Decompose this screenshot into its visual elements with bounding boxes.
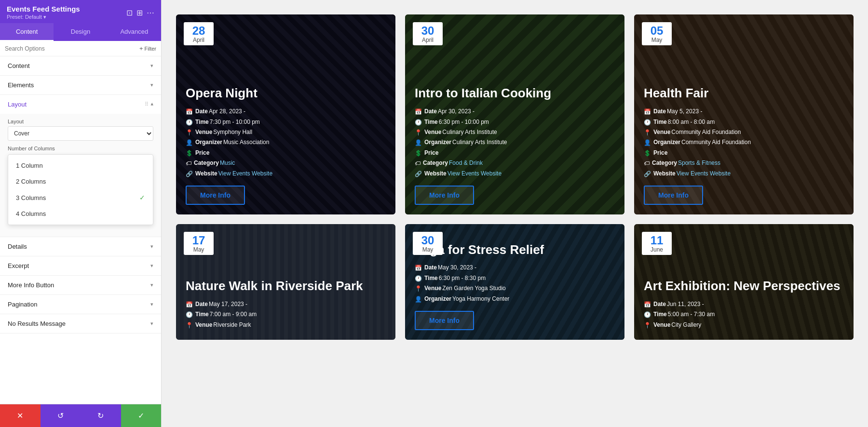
- more-info-button[interactable]: More Info: [415, 186, 474, 205]
- calendar-icon: 📅: [186, 300, 193, 309]
- price-icon: 💲: [186, 148, 193, 158]
- panel-header: Events Feed Settings Preset: Default ⊡ ⊞…: [0, 0, 161, 23]
- category-icon: 🏷: [644, 159, 650, 168]
- layout-content: Layout Cover List Grid Masonry Number of…: [0, 114, 161, 237]
- columns-field: Number of Columns 1 Column 2 Columns 3 C…: [8, 146, 153, 225]
- event-card-content: Intro to Italian Cooking 📅DateApr 30, 20…: [405, 78, 624, 214]
- event-title: Nature Walk in Riverside Park: [186, 279, 386, 294]
- accordion-pagination-header[interactable]: Pagination ▾: [0, 295, 161, 314]
- event-title: Intro to Italian Cooking: [415, 86, 615, 101]
- meta-time: 🕐Time7:30 pm - 10:00 pm: [186, 117, 386, 127]
- columns-label: Number of Columns: [8, 146, 153, 151]
- meta-date: 📅DateMay 5, 2023 -: [644, 107, 844, 117]
- link-icon: 🔗: [186, 169, 193, 179]
- meta-organizer: 👤OrganizerYoga Harmony Center: [415, 294, 615, 304]
- event-meta: 📅DateMay 5, 2023 - 🕐Time8:00 am - 8:00 a…: [644, 107, 844, 179]
- event-date-badge: 30 April: [413, 22, 443, 45]
- meta-date: 📅DateJun 11, 2023 -: [644, 299, 844, 309]
- price-icon: 💲: [644, 148, 651, 158]
- event-card-content: Health Fair 📅DateMay 5, 2023 - 🕐Time8:00…: [634, 78, 854, 214]
- price-icon: 💲: [415, 148, 422, 158]
- meta-time: 🕐Time7:00 am - 9:00 am: [186, 309, 386, 320]
- more-icon[interactable]: ⋯: [147, 8, 154, 17]
- event-card-art-exhibition: 11 June Art Exhibition: New Perspectives…: [634, 224, 854, 340]
- meta-category: 🏷CategoryFood & Drink: [415, 158, 615, 168]
- event-meta: 📅DateMay 17, 2023 - 🕐Time7:00 am - 9:00 …: [186, 299, 386, 330]
- person-icon: 👤: [415, 138, 422, 147]
- accordion-layout: Layout ⠿ ▾ Layout Cover List Grid Masonr…: [0, 95, 161, 237]
- meta-venue: 📍VenueRiverside Park: [186, 320, 386, 330]
- meta-organizer: 👤OrganizerCulinary Arts Institute: [415, 137, 615, 147]
- save-button[interactable]: ✓: [121, 404, 162, 427]
- more-info-button[interactable]: More Info: [415, 311, 474, 330]
- accordion-details-header[interactable]: Details ▾: [0, 237, 161, 256]
- chevron-down-icon: ▾: [150, 263, 153, 269]
- meta-category: 🏷CategoryMusic: [186, 158, 386, 168]
- accordion-pagination: Pagination ▾: [0, 295, 161, 314]
- event-card-content: Art Exhibition: New Perspectives 📅DateJu…: [634, 270, 854, 340]
- clock-icon: 🕐: [415, 274, 422, 283]
- responsive-icon[interactable]: ⊡: [126, 8, 133, 17]
- columns-option-4[interactable]: 4 Columns: [8, 206, 153, 222]
- more-info-button[interactable]: More Info: [644, 186, 703, 205]
- location-icon: 📍: [644, 128, 651, 137]
- accordion-no-results-header[interactable]: No Results Message ▾: [0, 314, 161, 333]
- clock-icon: 🕐: [415, 118, 422, 127]
- meta-price: 💲Price: [644, 148, 844, 158]
- layout-select[interactable]: Cover List Grid Masonry: [8, 126, 153, 141]
- more-info-button[interactable]: More Info: [186, 186, 245, 205]
- left-panel: Events Feed Settings Preset: Default ⊡ ⊞…: [0, 0, 162, 427]
- meta-website: 🔗WebsiteView Events Website: [415, 169, 615, 179]
- accordion-more-info-header[interactable]: More Info Button ▾: [0, 276, 161, 294]
- event-meta: 📅DateApr 30, 2023 - 🕐Time6:30 pm - 10:00…: [415, 107, 615, 179]
- event-card-italian-cooking: 30 April Intro to Italian Cooking 📅DateA…: [405, 14, 624, 214]
- event-title: Yoga for Stress Relief: [415, 243, 615, 257]
- event-card-content: Nature Walk in Riverside Park 📅DateMay 1…: [176, 270, 395, 340]
- accordion-content-header[interactable]: Content ▾: [0, 56, 161, 75]
- tab-design[interactable]: Design: [54, 23, 107, 41]
- tab-content[interactable]: Content: [0, 23, 54, 41]
- meta-date: 📅DateMay 30, 2023 -: [415, 263, 615, 273]
- accordion-elements-header[interactable]: Elements ▾: [0, 76, 161, 94]
- redo-button[interactable]: ↻: [81, 404, 121, 427]
- event-date-badge: 17 May: [184, 232, 214, 255]
- calendar-icon: 📅: [644, 300, 651, 309]
- location-icon: 📍: [186, 320, 193, 330]
- columns-option-3[interactable]: 3 Columns ✓: [8, 189, 153, 206]
- cancel-button[interactable]: ✕: [0, 404, 41, 427]
- event-card-opera-night: 28 April Opera Night 📅DateApr 28, 2023 -…: [176, 14, 395, 214]
- location-icon: 📍: [415, 284, 422, 294]
- meta-organizer: 👤OrganizerCommunity Aid Foundation: [644, 137, 844, 147]
- accordion-details: Details ▾: [0, 237, 161, 256]
- calendar-icon: 📅: [644, 107, 651, 117]
- bottom-bar: ✕ ↺ ↻ ✓: [0, 404, 161, 427]
- search-input[interactable]: [5, 45, 136, 52]
- tab-advanced[interactable]: Advanced: [108, 23, 161, 41]
- calendar-icon: 📅: [415, 263, 422, 273]
- layout-field: Layout Cover List Grid Masonry: [8, 119, 153, 141]
- meta-price: 💲Price: [186, 148, 386, 158]
- event-date-badge: 28 April: [184, 22, 214, 45]
- filter-button[interactable]: Filter: [139, 45, 156, 52]
- event-card-content: Opera Night 📅DateApr 28, 2023 - 🕐Time7:3…: [176, 78, 395, 214]
- meta-date: 📅DateMay 17, 2023 -: [186, 299, 386, 309]
- event-card-nature-walk: 17 May Nature Walk in Riverside Park 📅Da…: [176, 224, 395, 340]
- undo-button[interactable]: ↺: [41, 404, 81, 427]
- event-date-badge: 05 May: [642, 22, 672, 45]
- panel-tabs: Content Design Advanced: [0, 23, 161, 41]
- event-date-badge: 30 May: [413, 232, 443, 255]
- accordion-content: Content ▾: [0, 56, 161, 76]
- accordion-excerpt-header[interactable]: Excerpt ▾: [0, 256, 161, 275]
- panel-title: Events Feed Settings: [7, 5, 80, 13]
- meta-venue: 📍VenueCulinary Arts Institute: [415, 127, 615, 137]
- split-icon[interactable]: ⊞: [136, 8, 143, 17]
- accordion-layout-header[interactable]: Layout ⠿ ▾: [0, 95, 161, 114]
- panel-preset[interactable]: Preset: Default: [7, 14, 80, 20]
- columns-option-1[interactable]: 1 Column: [8, 158, 153, 173]
- meta-venue: 📍VenueSymphony Hall: [186, 127, 386, 137]
- category-icon: 🏷: [186, 159, 191, 168]
- accordion-elements: Elements ▾: [0, 76, 161, 95]
- accordion-excerpt: Excerpt ▾: [0, 256, 161, 276]
- columns-option-2[interactable]: 2 Columns: [8, 173, 153, 189]
- clock-icon: 🕐: [644, 310, 651, 320]
